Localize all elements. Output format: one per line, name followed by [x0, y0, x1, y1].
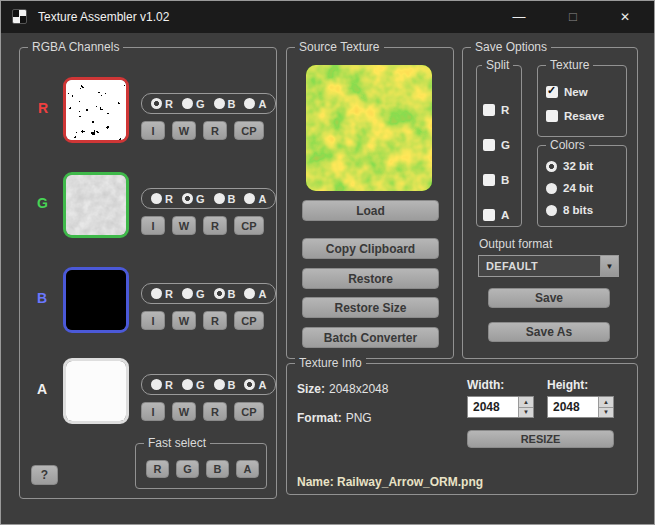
format-line: Format:PNG [297, 411, 372, 425]
output-format-select[interactable]: DEFAULT ▼ [478, 255, 619, 277]
save-button[interactable]: Save [488, 288, 610, 308]
resize-button[interactable]: RESIZE [467, 430, 614, 448]
width-up-button[interactable]: ▲ [519, 397, 533, 408]
checkbox-icon [483, 139, 495, 151]
split-g-checkbox[interactable]: G [483, 139, 510, 151]
fast-select-b-button[interactable]: B [206, 460, 229, 478]
height-down-button[interactable]: ▼ [599, 408, 613, 418]
channel-r-radio-r[interactable]: R [151, 98, 173, 110]
channel-a-radio-r[interactable]: R [151, 379, 173, 391]
help-button[interactable]: ? [31, 465, 58, 485]
split-r-checkbox[interactable]: R [483, 104, 509, 116]
colors-32bit-radio[interactable]: 32 bit [546, 160, 593, 172]
width-spinner: ▲ ▼ [467, 396, 534, 418]
channel-g-radio-b[interactable]: B [214, 193, 236, 205]
channel-b-button-w[interactable]: W [172, 311, 196, 330]
radio-icon [151, 193, 162, 204]
rgba-channels-panel: RGBA Channels [19, 47, 277, 499]
batch-converter-button[interactable]: Batch Converter [302, 327, 439, 348]
load-button[interactable]: Load [302, 200, 439, 221]
channel-b-button-r[interactable]: R [203, 311, 227, 330]
close-button[interactable]: ✕ [605, 1, 645, 33]
restore-button[interactable]: Restore [302, 268, 439, 289]
channel-a-button-w[interactable]: W [172, 402, 196, 421]
channel-r-button-w[interactable]: W [172, 121, 196, 140]
channel-r-radio-g[interactable]: G [182, 98, 205, 110]
format-label: Format: [297, 411, 342, 425]
channel-b-radio-g[interactable]: G [182, 288, 205, 300]
height-input[interactable] [548, 397, 598, 417]
size-value: 2048x2048 [329, 382, 388, 396]
channel-r-button-i[interactable]: I [141, 121, 165, 140]
channel-g-source-radios: R G B A [141, 188, 276, 209]
split-a-checkbox[interactable]: A [483, 209, 509, 221]
height-label: Height: [547, 378, 588, 392]
channel-g-radio-a[interactable]: A [244, 193, 266, 205]
radio-icon [244, 379, 255, 390]
channel-a-button-cp[interactable]: CP [234, 402, 264, 421]
fast-select-a-button[interactable]: A [236, 460, 259, 478]
channel-b-radio-r[interactable]: R [151, 288, 173, 300]
save-as-button[interactable]: Save As [488, 322, 610, 342]
name-label: Name: [297, 475, 334, 489]
channel-r-label: R [38, 100, 48, 116]
fast-select-r-button[interactable]: R [146, 460, 169, 478]
channel-g-radio-g[interactable]: G [182, 193, 205, 205]
radio-icon [244, 288, 255, 299]
height-up-button[interactable]: ▲ [599, 397, 613, 408]
source-texture-thumbnail[interactable] [306, 65, 432, 191]
texture-resave-checkbox[interactable]: Resave [546, 110, 604, 122]
channel-r-thumbnail[interactable] [63, 77, 129, 143]
restore-size-button[interactable]: Restore Size [302, 297, 439, 318]
channel-r-button-cp[interactable]: CP [234, 121, 264, 140]
checkbox-icon [483, 104, 495, 116]
title-bar: Texture Assembler v1.02 — □ ✕ [1, 1, 654, 33]
split-title: Split [482, 58, 513, 72]
maximize-button[interactable]: □ [553, 1, 593, 33]
radio-icon [182, 379, 193, 390]
radio-icon [244, 98, 255, 109]
chevron-down-icon[interactable]: ▼ [600, 256, 618, 276]
channel-b-button-cp[interactable]: CP [234, 311, 264, 330]
channel-b-buttons: I W R CP [141, 311, 264, 330]
channel-b-thumbnail[interactable] [63, 267, 129, 333]
copy-clipboard-button[interactable]: Copy Clipboard [302, 238, 439, 259]
channel-g-buttons: I W R CP [141, 216, 264, 235]
channel-a-radio-a[interactable]: A [244, 379, 266, 391]
channel-g-button-r[interactable]: R [203, 216, 227, 235]
channel-r-button-r[interactable]: R [203, 121, 227, 140]
size-line: Size:2048x2048 [297, 382, 388, 396]
channel-r-radio-b[interactable]: B [214, 98, 236, 110]
split-b-checkbox[interactable]: B [483, 174, 509, 186]
width-down-button[interactable]: ▼ [519, 408, 533, 418]
channel-a-radio-g[interactable]: G [182, 379, 205, 391]
radio-icon [546, 161, 557, 172]
channel-g-button-cp[interactable]: CP [234, 216, 264, 235]
channel-a-radio-b[interactable]: B [214, 379, 236, 391]
channel-b-radio-a[interactable]: A [244, 288, 266, 300]
app-window: Texture Assembler v1.02 — □ ✕ RGBA Chann… [0, 0, 655, 525]
channel-g-radio-r[interactable]: R [151, 193, 173, 205]
channel-b-radio-b[interactable]: B [214, 288, 236, 300]
minimize-button[interactable]: — [499, 1, 539, 33]
channel-b-button-i[interactable]: I [141, 311, 165, 330]
channel-a-thumbnail[interactable] [63, 358, 129, 424]
channel-a-button-i[interactable]: I [141, 402, 165, 421]
fast-select-g-button[interactable]: G [176, 460, 199, 478]
radio-icon [546, 205, 557, 216]
channel-a-buttons: I W R CP [141, 402, 264, 421]
colors-8bit-radio[interactable]: 8 bits [546, 204, 593, 216]
channel-a-button-r[interactable]: R [203, 402, 227, 421]
checkbox-icon [546, 110, 558, 122]
radio-icon [151, 288, 162, 299]
channel-r-radio-a[interactable]: A [244, 98, 266, 110]
colors-24bit-radio[interactable]: 24 bit [546, 182, 593, 194]
channel-r-buttons: I W R CP [141, 121, 264, 140]
channel-g-button-w[interactable]: W [172, 216, 196, 235]
channel-g-thumbnail[interactable] [63, 172, 129, 238]
radio-icon [214, 193, 225, 204]
channel-g-button-i[interactable]: I [141, 216, 165, 235]
width-input[interactable] [468, 397, 518, 417]
texture-new-checkbox[interactable]: New [546, 86, 588, 98]
output-format-value: DEFAULT [479, 260, 600, 272]
